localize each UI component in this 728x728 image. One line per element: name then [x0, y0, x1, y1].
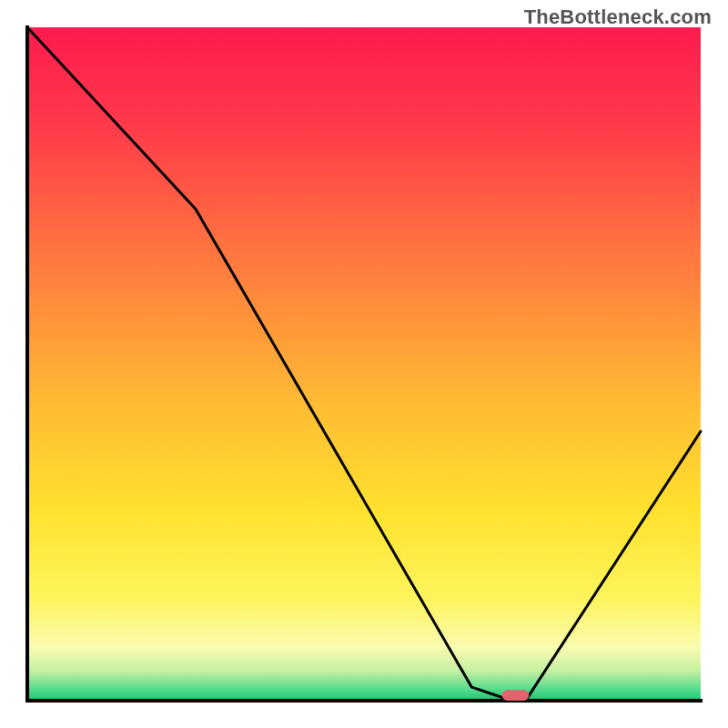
chart-container: TheBottleneck.com	[0, 0, 728, 728]
watermark-text: TheBottleneck.com	[524, 5, 712, 29]
bottleneck-chart	[0, 0, 728, 728]
optimal-zone-marker	[502, 690, 530, 701]
chart-background-gradient	[27, 27, 701, 701]
